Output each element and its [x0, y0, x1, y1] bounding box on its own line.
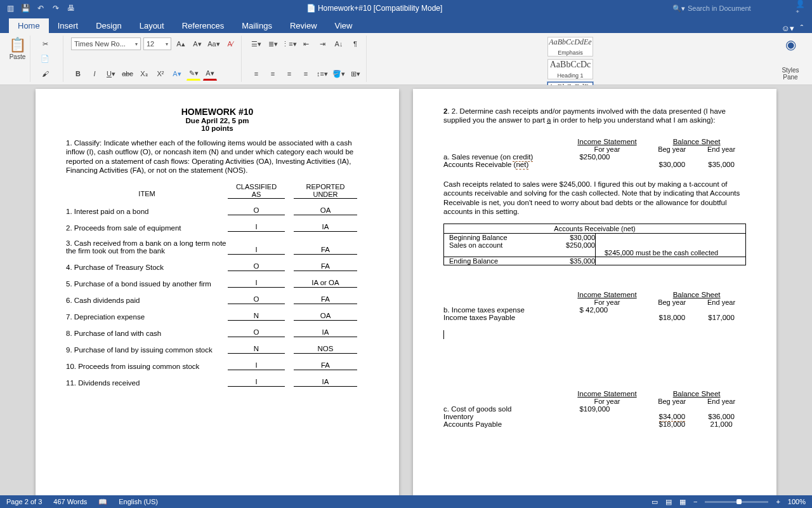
q1-text: 1. Classify: Indicate whether each of th…	[66, 138, 369, 175]
styles-group: AaBbCcDdEeEmphasis AaBbCcDcHeading 1 AaB…	[370, 36, 770, 82]
shrink-font-icon[interactable]: A▾	[190, 37, 204, 51]
style-emphasis[interactable]: AaBbCcDdEeEmphasis	[547, 37, 593, 57]
copy-icon[interactable]: 📄	[38, 52, 52, 66]
italic-button[interactable]: I	[88, 67, 102, 81]
q1-row: 7. Depreciation expenseNOA	[66, 312, 369, 321]
q1-table-header: ITEM CLASSIFIEDAS REPORTEDUNDER	[66, 183, 369, 199]
word-count[interactable]: 467 Words	[53, 498, 87, 505]
align-center-icon[interactable]: ≡	[266, 67, 280, 81]
clipboard-tools: ✂ 📄 🖌	[34, 36, 63, 82]
save-icon[interactable]: 💾	[20, 3, 30, 13]
tab-references[interactable]: References	[173, 18, 233, 33]
font-group: Times New Ro...▾ 12▾ A▴ A▾ Aa▾ A⁄ B I U▾…	[67, 36, 242, 82]
print-layout-icon[interactable]: ▤	[665, 498, 672, 506]
clear-format-icon[interactable]: A⁄	[223, 37, 237, 51]
due-date: Due April 22, 5 pm	[66, 117, 369, 124]
shading-icon[interactable]: 🪣▾	[332, 67, 346, 81]
paragraph-group: ☰▾ ≣▾ ⋮≡▾ ⇤ ⇥ A↓ ¶ ≡ ≡ ≡ ≡ ↕≡▾ 🪣▾ ⊞▾	[246, 36, 367, 82]
line-spacing-icon[interactable]: ↕≡▾	[315, 67, 329, 81]
search-box[interactable]: 🔍▾	[672, 4, 770, 13]
style-heading1[interactable]: AaBbCcDcHeading 1	[547, 59, 593, 79]
page-status[interactable]: Page 2 of 3	[6, 498, 42, 505]
zoom-level[interactable]: 100%	[788, 498, 806, 505]
collapse-ribbon-icon[interactable]: ˆ	[801, 23, 803, 33]
q1-row: 10. Proceeds from issuing common stockIF…	[66, 361, 369, 370]
cursor	[443, 330, 444, 339]
strike-button[interactable]: abc	[121, 67, 134, 81]
justify-icon[interactable]: ≡	[299, 67, 313, 81]
indent-icon[interactable]: ⇥	[315, 37, 329, 51]
redo-icon[interactable]: ↷	[51, 3, 61, 13]
q1-row: 8. Purchase of land with cashOIA	[66, 328, 369, 337]
document-canvas[interactable]: HOMEWORK #10 Due April 22, 5 pm 10 point…	[0, 85, 812, 495]
show-marks-icon[interactable]: ¶	[348, 37, 362, 51]
document-title: Homework+#10 [Compatibility Mode]	[318, 4, 442, 13]
doc-title-icon: 📄	[306, 4, 318, 13]
format-painter-icon[interactable]: 🖌	[38, 67, 52, 81]
align-right-icon[interactable]: ≡	[282, 67, 296, 81]
page-left: HOMEWORK #10 Due April 22, 5 pm 10 point…	[36, 89, 399, 495]
font-size-select[interactable]: 12▾	[143, 37, 171, 50]
text-effects-icon[interactable]: A▾	[170, 67, 184, 81]
part-b-block: Income StatementBalance Sheet For yearBe…	[443, 291, 746, 321]
font-name-select[interactable]: Times New Ro...▾	[71, 37, 141, 50]
points: 10 points	[66, 124, 369, 132]
status-bar: Page 2 of 3 467 Words 📖 English (US) ▭ ▤…	[0, 495, 812, 508]
q1-row: 3. Cash received from a bank on a long t…	[66, 239, 369, 255]
title-bar: ▥ 💾 ↶ ↷ 🖶 📄 Homework+#10 [Compatibility …	[0, 0, 812, 17]
undo-icon[interactable]: ↶	[36, 3, 46, 13]
paste-icon[interactable]: 📋	[9, 37, 26, 53]
bold-button[interactable]: B	[71, 67, 85, 81]
ribbon-tabs: Home Insert Design Layout References Mai…	[0, 17, 812, 33]
styles-pane-group[interactable]: ◉ Styles Pane	[774, 36, 807, 82]
part-a-block: Income StatementBalance Sheet For yearBe…	[443, 138, 746, 168]
change-case-icon[interactable]: Aa▾	[207, 37, 221, 51]
q1-row: 5. Purchase of a bond issued by another …	[66, 279, 369, 288]
highlight-icon[interactable]: ✎▾	[187, 67, 200, 81]
panel-icon[interactable]: ▥	[5, 3, 15, 13]
feedback-icon[interactable]: ☺▾	[781, 23, 794, 33]
align-left-icon[interactable]: ≡	[249, 67, 263, 81]
tab-review[interactable]: Review	[281, 18, 326, 33]
grow-font-icon[interactable]: A▴	[174, 37, 188, 51]
language-status[interactable]: English (US)	[119, 498, 158, 505]
q1-row: 1. Interest paid on a bondOOA	[66, 206, 369, 215]
tab-home[interactable]: Home	[9, 18, 49, 33]
bullets-icon[interactable]: ☰▾	[249, 37, 263, 51]
share-icon[interactable]: 👤⁺	[796, 3, 806, 13]
styles-pane-label: Styles Pane	[778, 67, 803, 81]
superscript-button[interactable]: X²	[154, 67, 167, 81]
t-account-box: Accounts Receivable (net) Beginning Bala…	[443, 224, 746, 265]
underline-button[interactable]: U▾	[104, 67, 118, 81]
q1-row: 9. Purchase of land by issuing common st…	[66, 345, 369, 354]
paste-label: Paste	[10, 53, 26, 60]
print-icon[interactable]: 🖶	[66, 3, 76, 13]
cut-icon[interactable]: ✂	[38, 37, 52, 51]
numbering-icon[interactable]: ≣▾	[266, 37, 280, 51]
tab-mailings[interactable]: Mailings	[233, 18, 281, 33]
spellcheck-icon[interactable]: 📖	[98, 498, 107, 506]
tab-design[interactable]: Design	[87, 18, 130, 33]
zoom-in-icon[interactable]: +	[776, 498, 780, 505]
zoom-slider[interactable]	[705, 501, 768, 503]
search-icon: 🔍▾	[672, 4, 685, 13]
hw-title: HOMEWORK #10	[66, 107, 369, 117]
sort-icon[interactable]: A↓	[332, 37, 346, 51]
multilevel-icon[interactable]: ⋮≡▾	[282, 37, 296, 51]
search-input[interactable]	[688, 4, 770, 12]
outdent-icon[interactable]: ⇤	[299, 37, 313, 51]
ribbon: 📋 Paste ✂ 📄 🖌 Times New Ro...▾ 12▾ A▴ A▾…	[0, 33, 812, 85]
focus-view-icon[interactable]: ▭	[652, 498, 658, 506]
clipboard-group: 📋 Paste	[5, 36, 30, 82]
tab-insert[interactable]: Insert	[49, 18, 88, 33]
subscript-button[interactable]: X₂	[137, 67, 151, 81]
font-color-icon[interactable]: A▾	[203, 67, 217, 81]
q1-row: 6. Cash dividends paidOFA	[66, 295, 369, 304]
borders-icon[interactable]: ⊞▾	[348, 67, 362, 81]
tab-layout[interactable]: Layout	[131, 18, 173, 33]
q2-text: 2. 2. Determine cash receipts and/or pay…	[443, 107, 746, 125]
web-layout-icon[interactable]: ▦	[679, 498, 686, 506]
zoom-out-icon[interactable]: −	[693, 498, 697, 505]
q1-row: 2. Proceeds from sale of equipmentIIA	[66, 223, 369, 232]
tab-view[interactable]: View	[326, 18, 362, 33]
